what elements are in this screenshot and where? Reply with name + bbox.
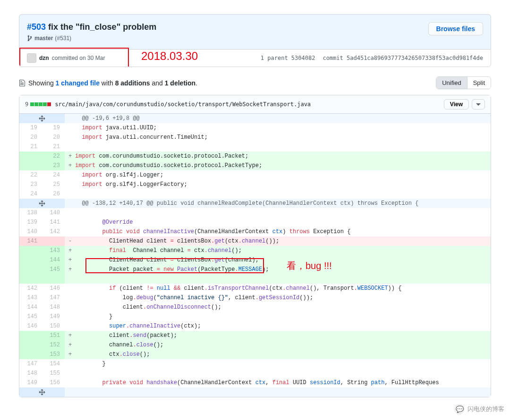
view-file-button[interactable]: View	[444, 99, 469, 109]
code-line: @Override	[65, 218, 491, 227]
code-line: import org.slf4j.Logger;	[65, 170, 491, 180]
line-num-old[interactable]	[19, 331, 42, 340]
line-num-new[interactable]: 24	[42, 170, 65, 180]
line-num-old[interactable]: 143	[19, 293, 42, 302]
hunk-header: @@ -19,6 +19,8 @@	[65, 114, 491, 123]
file-diff-icon	[19, 79, 26, 87]
line-num-old[interactable]	[19, 265, 42, 284]
line-num-old[interactable]: 23	[19, 180, 42, 189]
line-num-new[interactable]: 153	[42, 350, 65, 359]
branch-name[interactable]: master	[34, 35, 53, 42]
diff-view-toggle: Unified Split	[436, 76, 491, 89]
commit-sha: 5ad451ca896937773426507338f53ac0d981f4de	[347, 55, 483, 61]
line-num-old[interactable]: 147	[19, 359, 42, 369]
code-line	[65, 142, 491, 151]
line-num-new[interactable]: 149	[42, 312, 65, 321]
commit-sha-group: commit 5ad451ca896937773426507338f53ac0d…	[323, 55, 483, 61]
line-num-old[interactable]: 139	[19, 218, 42, 227]
line-num-old[interactable]	[19, 255, 42, 265]
line-num-old[interactable]	[19, 161, 42, 170]
line-num-old[interactable]: 141	[19, 236, 42, 246]
expand-button[interactable]	[19, 387, 65, 397]
line-num-old[interactable]	[19, 340, 42, 350]
line-num-new[interactable]: 140	[42, 208, 65, 218]
code-line: }	[65, 312, 491, 321]
line-num-old[interactable]: 145	[19, 312, 42, 321]
line-num-old[interactable]	[19, 246, 42, 255]
commit-header: #503 fix the "fin_close" problem master …	[19, 14, 491, 67]
line-num-new[interactable]: 146	[42, 284, 65, 293]
code-line	[65, 369, 491, 378]
code-line: public void channelInactive(ChannelHandl…	[65, 227, 491, 236]
commit-title-text: fix the "fin_close" problem	[48, 22, 156, 32]
line-num-new[interactable]: 23	[42, 161, 65, 170]
file-menu-button[interactable]	[472, 99, 485, 109]
code-line: + ctx.close();	[65, 350, 491, 359]
code-line: if (client != null && client.isTransport…	[65, 284, 491, 293]
hunk-header: @@ -138,12 +140,17 @@ public void channe…	[65, 199, 491, 208]
line-num-old[interactable]: 19	[19, 123, 42, 133]
code-line	[65, 189, 491, 199]
code-line	[65, 208, 491, 218]
line-num-new[interactable]: 145	[42, 265, 65, 284]
branch-ref: (#531)	[55, 35, 71, 42]
line-num-old[interactable]: 21	[19, 142, 42, 151]
code-line: - ClientHead client = clientsBox.get(ctx…	[65, 236, 491, 246]
line-num-new[interactable]: 148	[42, 302, 65, 312]
chevron-down-icon	[476, 103, 481, 106]
line-num-old[interactable]: 24	[19, 189, 42, 199]
unified-button[interactable]: Unified	[436, 77, 467, 89]
diff-table: @@ -19,6 +19,8 @@1919 import java.util.U…	[19, 114, 491, 397]
commit-title: #503 fix the "fin_close" problem	[27, 22, 428, 32]
code-line: +import com.corundumstudio.socketio.prot…	[65, 151, 491, 161]
parent-sha[interactable]: 5304082	[291, 55, 315, 61]
line-num-old[interactable]: 144	[19, 302, 42, 312]
line-num-new[interactable]: 155	[42, 369, 65, 378]
line-num-old[interactable]: 22	[19, 170, 42, 180]
line-num-new[interactable]: 20	[42, 133, 65, 142]
code-line: import java.util.concurrent.TimeUnit;	[65, 133, 491, 142]
line-num-old[interactable]: 140	[19, 227, 42, 236]
split-button[interactable]: Split	[467, 77, 491, 89]
line-num-new[interactable]: 150	[42, 321, 65, 331]
line-num-new[interactable]: 156	[42, 378, 65, 387]
expand-button[interactable]	[19, 114, 65, 123]
issue-link[interactable]: #503	[27, 22, 46, 32]
branch-icon	[27, 35, 33, 42]
line-num-new[interactable]	[42, 236, 65, 246]
line-num-old[interactable]: 20	[19, 133, 42, 142]
line-num-new[interactable]: 141	[42, 218, 65, 227]
code-line: private void handshake(ChannelHandlerCon…	[65, 378, 491, 387]
line-num-old[interactable]: 146	[19, 321, 42, 331]
diff-summary: Showing 1 changed file with 8 additions …	[19, 79, 197, 87]
line-num-new[interactable]: 22	[42, 151, 65, 161]
avatar[interactable]	[27, 53, 36, 63]
line-num-old[interactable]: 142	[19, 284, 42, 293]
line-num-new[interactable]: 142	[42, 227, 65, 236]
line-num-old[interactable]	[19, 151, 42, 161]
browse-files-button[interactable]: Browse files	[428, 22, 483, 35]
line-num-new[interactable]: 25	[42, 180, 65, 189]
file-path[interactable]: src/main/java/com/corundumstudio/socketi…	[55, 101, 311, 108]
code-line: + channel.close();	[65, 340, 491, 350]
code-line: +import com.corundumstudio.socketio.prot…	[65, 161, 491, 170]
annotation-date: 2018.03.30	[141, 50, 198, 63]
changed-files-link[interactable]: 1 changed file	[56, 79, 100, 87]
line-num-new[interactable]: 147	[42, 293, 65, 302]
line-num-new[interactable]: 21	[42, 142, 65, 151]
line-num-new[interactable]: 152	[42, 340, 65, 350]
expand-button[interactable]	[19, 199, 65, 208]
line-num-new[interactable]: 26	[42, 189, 65, 199]
line-num-old[interactable]: 138	[19, 208, 42, 218]
line-num-new[interactable]: 154	[42, 359, 65, 369]
line-num-old[interactable]: 148	[19, 369, 42, 378]
line-num-new[interactable]: 144	[42, 255, 65, 265]
author-name[interactable]: dzn	[39, 55, 49, 61]
diffstat: 9	[25, 101, 51, 108]
line-num-new[interactable]: 151	[42, 331, 65, 340]
line-num-new[interactable]: 143	[42, 246, 65, 255]
wechat-icon: 💬	[454, 404, 465, 412]
line-num-new[interactable]: 19	[42, 123, 65, 133]
line-num-old[interactable]	[19, 350, 42, 359]
line-num-old[interactable]: 149	[19, 378, 42, 387]
